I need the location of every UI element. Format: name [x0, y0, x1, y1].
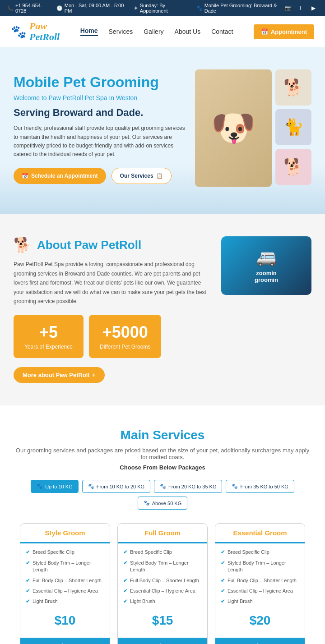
instagram-icon[interactable]: 📷	[283, 4, 292, 13]
hero-content: Mobile Pet Grooming Welcome to Paw PetRo…	[14, 69, 186, 184]
style-feature-5: ✔ Light Brush	[26, 598, 104, 605]
about-description: Paw PetRoll Pet Spa provide a loving, co…	[14, 260, 208, 306]
sunday-info: ☀ Sunday: By Appointment	[134, 3, 190, 14]
check-icon: ✔	[221, 577, 225, 584]
pricing-card-style: Style Groom ✔ Breed Specific Clip ✔ Styl…	[20, 523, 110, 644]
hero-side-image-3: 🐕	[275, 149, 311, 185]
full-feature-3: ✔ Full Body Clip – Shorter Length	[123, 577, 202, 584]
nav-services[interactable]: Services	[109, 28, 133, 35]
full-groom-footer: Book Now	[118, 638, 207, 644]
style-feature-4: ✔ Essential Clip – Hygiene Area	[26, 588, 104, 594]
essential-groom-footer: Book Now	[215, 638, 305, 644]
service-area-text: Mobile Pet Grooming: Broward & Dade	[204, 3, 283, 14]
about-van-image: 🚐 zoomin groomin	[221, 236, 311, 295]
full-feature-4: ✔ Essential Clip – Hygiene Area	[123, 588, 202, 594]
essential-feature-1: ✔ Breed Specific Clip	[221, 549, 299, 556]
van-icon: 🚐	[256, 248, 277, 267]
weight-icon-1: 🐾	[37, 483, 43, 489]
our-services-button[interactable]: Our Services 📋	[111, 168, 172, 184]
services-section: Main Services Our grooming services and …	[0, 405, 325, 644]
hero-description: Our friendly, professional staff provide…	[14, 124, 186, 159]
nav-links: Home Services Gallery About Us Contact	[80, 27, 233, 36]
navbar: 🐾 Paw PetRoll Home Services Gallery Abou…	[0, 16, 325, 47]
check-icon: ✔	[221, 560, 225, 566]
check-icon: ✔	[123, 560, 127, 566]
check-icon: ✔	[123, 598, 127, 605]
stat-grooms: +5000 Different Pet Grooms	[89, 315, 162, 358]
logo-paw-icon: 🐾	[11, 24, 27, 39]
service-area-info: 🐾 Mobile Pet Grooming: Broward & Dade	[196, 3, 283, 14]
essential-feature-3: ✔ Full Body Clip – Shorter Length	[221, 577, 299, 584]
pricing-card-full: Full Groom ✔ Breed Specific Clip ✔ Style…	[117, 523, 208, 644]
about-dog-icon: 🐕	[14, 236, 32, 253]
pricing-row: Style Groom ✔ Breed Specific Clip ✔ Styl…	[14, 523, 311, 644]
check-icon: ✔	[26, 577, 30, 584]
check-icon: ✔	[221, 598, 225, 605]
hours-text: Mon - Sat, 09:00 AM - 5:00 PM	[65, 3, 127, 14]
weight-tab-1[interactable]: 🐾 Up to 10 KG	[31, 480, 79, 493]
essential-feature-2: ✔ Styled Body Trim – Longer Length	[221, 560, 299, 574]
nav-home[interactable]: Home	[80, 27, 98, 36]
check-icon: ✔	[123, 549, 127, 556]
hours-info: 🕐 Mon - Sat, 09:00 AM - 5:00 PM	[56, 3, 127, 14]
full-feature-1: ✔ Breed Specific Clip	[123, 549, 202, 556]
check-icon: ✔	[26, 560, 30, 566]
style-feature-1: ✔ Breed Specific Clip	[26, 549, 104, 556]
check-icon: ✔	[26, 549, 30, 556]
youtube-icon[interactable]: ▶	[309, 4, 318, 13]
nav-about[interactable]: About Us	[175, 28, 201, 35]
stat-grooms-label: Different Pet Grooms	[100, 344, 151, 350]
essential-feature-5: ✔ Light Brush	[221, 598, 299, 605]
services-choose: Choose From Below Packages	[14, 464, 311, 471]
style-feature-2: ✔ Styled Body Trim – Longer Length	[26, 560, 104, 574]
about-header: 🐕 About Paw PetRoll	[14, 236, 208, 253]
logo-line1: Paw	[29, 21, 60, 32]
schedule-appointment-button[interactable]: 📅 Schedule an Appointment	[14, 168, 106, 184]
hero-subtitle: Welcome to Paw PetRoll Pet Spa In Weston	[14, 94, 186, 101]
hero-section: Mobile Pet Grooming Welcome to Paw PetRo…	[0, 47, 325, 214]
full-groom-header: Full Groom	[118, 524, 207, 543]
hero-title: Mobile Pet Grooming	[14, 74, 186, 91]
check-icon: ✔	[123, 588, 127, 594]
essential-groom-header: Essential Groom	[215, 524, 305, 543]
weight-tabs: 🐾 Up to 10 KG 🐾 From 10 KG to 20 KG 🐾 Fr…	[14, 480, 311, 510]
appointment-button[interactable]: 📅 Appointment	[254, 24, 314, 39]
stat-experience-label: Years of Experience	[24, 344, 73, 350]
weight-tab-3[interactable]: 🐾 From 20 KG to 35 KG	[154, 480, 222, 493]
full-price: $15	[123, 609, 202, 632]
weight-tab-5[interactable]: 🐾 Above 50 KG	[138, 497, 187, 510]
services-icon: 📋	[156, 173, 163, 179]
nav-gallery[interactable]: Gallery	[144, 28, 163, 35]
full-groom-body: ✔ Breed Specific Clip ✔ Styled Body Trim…	[118, 543, 207, 637]
phone-number: +1 954-654-0728	[15, 3, 50, 14]
about-title: About Paw PetRoll	[37, 238, 141, 252]
stats-row: +5 Years of Experience +5000 Different P…	[14, 315, 208, 358]
weight-icon-4: 🐾	[232, 483, 238, 489]
full-feature-5: ✔ Light Brush	[123, 598, 202, 605]
hero-buttons: 📅 Schedule an Appointment Our Services 📋	[14, 168, 186, 184]
weight-tab-2[interactable]: 🐾 From 10 KG to 20 KG	[82, 480, 150, 493]
check-icon: ✔	[123, 577, 127, 584]
style-groom-header: Style Groom	[20, 524, 110, 543]
sun-icon: ☀	[134, 5, 138, 11]
hero-main-image: 🐶	[195, 69, 272, 187]
nav-contact[interactable]: Contact	[211, 28, 233, 35]
car-icon: 🐾	[196, 5, 203, 11]
facebook-icon[interactable]: f	[296, 4, 305, 13]
hero-side-images: 🐕 🐈 🐕	[275, 69, 311, 187]
logo-line2: PetRoll	[29, 32, 60, 42]
stat-grooms-number: +5000	[100, 323, 151, 342]
services-title: Main Services	[14, 428, 311, 442]
social-icons: 📷 f ▶	[283, 4, 318, 13]
phone-info: 📞 +1 954-654-0728	[7, 3, 50, 14]
check-icon: ✔	[26, 588, 30, 594]
plus-icon: +	[92, 372, 96, 378]
weight-icon-5: 🐾	[144, 500, 150, 506]
essential-price: $20	[221, 609, 299, 632]
more-about-button[interactable]: More about Paw PetRoll +	[14, 367, 105, 383]
style-price: $10	[26, 609, 104, 632]
style-groom-body: ✔ Breed Specific Clip ✔ Styled Body Trim…	[20, 543, 110, 637]
van-text: zoomin groomin	[255, 270, 278, 283]
weight-tab-4[interactable]: 🐾 From 35 KG to 50 KG	[226, 480, 294, 493]
stat-experience: +5 Years of Experience	[14, 315, 84, 358]
